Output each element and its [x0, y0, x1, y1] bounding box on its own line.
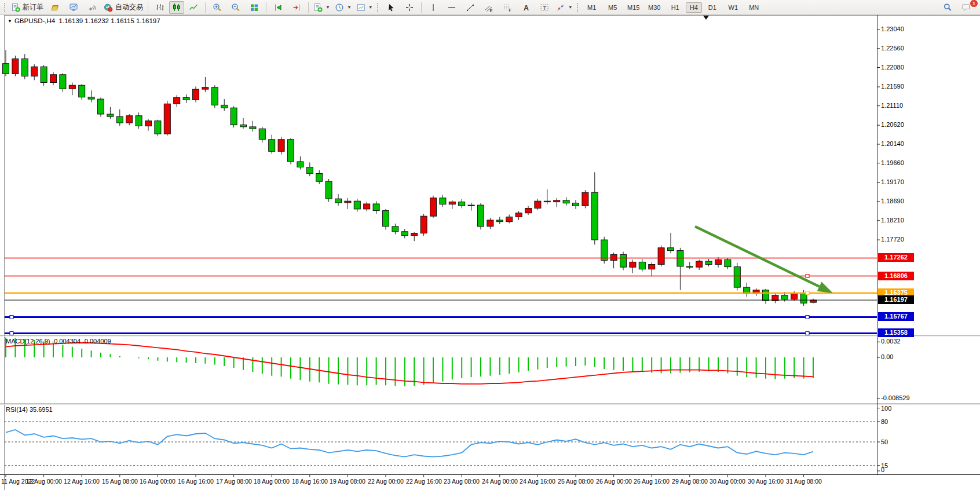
timeframe-H4-button[interactable]: H4 — [686, 2, 702, 13]
chart-symbol-period: GBPUSD-,H4 — [14, 17, 55, 24]
text-button-icon: A — [521, 3, 531, 12]
macd-panel[interactable] — [5, 337, 877, 404]
svg-text:A: A — [524, 3, 529, 12]
timeframe-W1-button[interactable]: W1 — [723, 1, 744, 14]
vertical-line-button-icon — [429, 3, 438, 12]
new-order-button-label: 新订单 — [23, 2, 43, 12]
cursor-button-icon — [386, 3, 396, 12]
profiles-button[interactable] — [46, 1, 64, 14]
bar-chart-button-icon — [155, 3, 164, 12]
dropdown-arrow-icon: ▼ — [368, 5, 373, 10]
timeframe-label: H1 — [671, 4, 679, 11]
chart-title: ▼GBPUSD-,H4 1.16139 1.16232 1.16115 1.16… — [8, 17, 160, 24]
periods-button-icon — [335, 3, 344, 12]
chart-title-collapse-icon[interactable]: ▼ — [8, 19, 12, 24]
timeframe-label: M30 — [648, 4, 660, 11]
auto-trading-button-label: 自动交易 — [115, 2, 143, 12]
toolbar-grip[interactable] — [4, 3, 7, 12]
toolbar-separator — [205, 2, 206, 13]
chart-shift-button-icon — [292, 3, 301, 12]
cursor-button[interactable] — [382, 1, 400, 14]
timeframe-MN-button[interactable]: MN — [744, 1, 765, 14]
zoom-in-button-icon — [213, 3, 222, 12]
channel-button[interactable]: E — [480, 1, 498, 14]
timeframe-label: H4 — [690, 4, 698, 11]
fibonacci-button-icon: F — [503, 3, 512, 12]
crosshair-button-icon — [405, 3, 414, 12]
terminal-window: 新订单自动交易▼▼▼EFAT▼M1M5M15M30H1H4D1W1MN1 ▼GB… — [0, 0, 980, 490]
toolbar-grip[interactable] — [577, 3, 580, 12]
zoom-out-button[interactable] — [226, 1, 245, 14]
crosshair-button[interactable] — [400, 1, 419, 14]
toolbar-separator — [421, 2, 422, 13]
signals-button[interactable] — [83, 1, 101, 14]
tile-windows-button-icon — [250, 3, 259, 12]
new-order-button-icon — [11, 3, 20, 12]
indicators-button[interactable]: ▼ — [311, 1, 332, 14]
svg-text:T: T — [543, 4, 546, 10]
vertical-line-button[interactable] — [424, 1, 443, 14]
toolbar-separator — [266, 2, 266, 13]
macd-indicator-label: MACD(12,26,9) -0.004304 -0.004009 — [6, 338, 111, 345]
line-chart-button[interactable] — [184, 1, 203, 14]
templates-button[interactable]: ▼ — [354, 1, 375, 14]
horizontal-line-button[interactable] — [443, 1, 461, 14]
bar-chart-button[interactable] — [151, 1, 169, 14]
svg-text:E: E — [489, 8, 492, 12]
templates-button-icon — [356, 3, 365, 12]
indicators-button-icon — [313, 3, 323, 12]
line-chart-button-icon — [189, 3, 198, 12]
timeframe-label: M5 — [608, 4, 617, 11]
auto-scroll-button[interactable] — [269, 1, 287, 14]
dropdown-arrow-icon: ▼ — [347, 5, 352, 10]
periods-button[interactable]: ▼ — [332, 1, 354, 14]
arrows-button-icon — [556, 3, 565, 12]
toolbar-separator — [148, 2, 148, 13]
tile-windows-button[interactable] — [245, 1, 264, 14]
text-button[interactable]: A — [517, 1, 535, 14]
rsi-panel[interactable] — [5, 405, 877, 474]
auto-scroll-button-icon — [273, 3, 283, 12]
toolbar-separator — [308, 2, 309, 13]
trendline-button[interactable] — [461, 1, 480, 14]
time-axis[interactable] — [0, 474, 980, 490]
candle-chart-button[interactable] — [169, 1, 184, 14]
toolbar-grip[interactable] — [377, 3, 380, 12]
channel-button-icon: E — [484, 3, 493, 12]
timeframe-M5-button[interactable]: M5 — [602, 1, 623, 14]
profiles-button-icon — [50, 3, 60, 12]
horizontal-line-button-icon — [447, 3, 456, 12]
chart-ohlc-values: 1.16139 1.16232 1.16115 1.16197 — [59, 17, 160, 24]
chart-shift-button[interactable] — [287, 1, 306, 14]
svg-text:F: F — [509, 8, 511, 12]
auto-trading-button-icon — [104, 3, 113, 12]
timeframe-M30-button[interactable]: M30 — [644, 1, 665, 14]
text-label-button[interactable]: T — [535, 1, 554, 14]
toolbar: 新订单自动交易▼▼▼EFAT▼M1M5M15M30H1H4D1W1MN1 — [0, 0, 980, 15]
market-watch-button-icon — [69, 3, 78, 12]
zoom-in-button[interactable] — [208, 1, 226, 14]
search-button[interactable] — [938, 1, 957, 14]
timeframe-label: MN — [749, 4, 759, 11]
auto-trading-button[interactable]: 自动交易 — [101, 1, 145, 14]
trendline-button-icon — [466, 3, 475, 12]
timeframe-M1-button[interactable]: M1 — [582, 1, 602, 14]
dropdown-arrow-icon: ▼ — [326, 5, 330, 10]
notification-badge: 1 — [970, 0, 978, 8]
search-button-icon — [943, 3, 952, 12]
timeframe-D1-button[interactable]: D1 — [702, 1, 723, 14]
main-chart-panel[interactable] — [5, 15, 877, 335]
candle-chart-button-icon — [172, 3, 181, 12]
dropdown-arrow-icon: ▼ — [568, 5, 573, 10]
notifications-button[interactable]: 1 — [957, 1, 975, 14]
timeframe-label: W1 — [729, 4, 738, 11]
arrows-button[interactable]: ▼ — [554, 1, 575, 14]
new-order-button[interactable]: 新订单 — [9, 1, 46, 14]
timeframe-label: M15 — [627, 4, 639, 11]
market-watch-button[interactable] — [64, 1, 83, 14]
timeframe-H1-button[interactable]: H1 — [665, 1, 686, 14]
price-axis[interactable] — [877, 15, 980, 474]
timeframe-M15-button[interactable]: M15 — [623, 1, 644, 14]
toolbar-right-group: 1 — [938, 1, 975, 14]
fibonacci-button[interactable]: F — [498, 1, 517, 14]
